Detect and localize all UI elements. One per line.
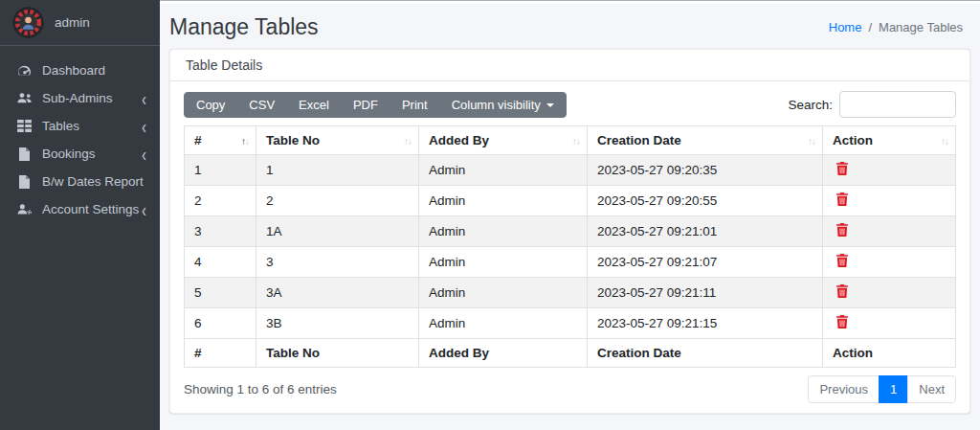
sidebar: admin Dashboard Sub-Admins ‹ Tables ‹	[0, 0, 160, 430]
cell-num: 1	[185, 155, 256, 186]
table-icon	[14, 120, 34, 132]
cell-table-no: 2	[256, 186, 419, 216]
table-footer-row: # Table No Added By Creation Date Action	[185, 339, 956, 368]
cell-table-no: 3	[256, 247, 419, 278]
dashboard-icon	[14, 64, 34, 77]
sort-icon: ↑↓	[241, 135, 249, 146]
cell-num: 4	[185, 247, 256, 278]
footer-col-added-by: Added By	[419, 339, 588, 368]
user-panel[interactable]: admin	[0, 0, 160, 46]
column-header-added-by[interactable]: Added By↑↓	[419, 126, 588, 155]
cell-added-by: Admin	[419, 155, 588, 186]
cell-added-by: Admin	[419, 186, 588, 216]
card-body: Copy CSV Excel PDF Print Column visibili…	[170, 81, 969, 413]
cell-table-no: 1A	[256, 216, 419, 247]
footer-col-table-no: Table No	[256, 339, 419, 368]
delete-icon[interactable]	[836, 254, 848, 267]
sidebar-item-label: Bookings	[42, 147, 142, 161]
cell-num: 5	[185, 278, 256, 308]
cell-action	[823, 308, 956, 339]
cell-action	[823, 186, 956, 216]
user-gear-icon	[14, 203, 34, 215]
table-body: 11Admin2023-05-27 09:20:3522Admin2023-05…	[185, 155, 956, 339]
avatar	[12, 7, 44, 38]
footer-col-num: #	[185, 339, 256, 368]
sidebar-item-bookings[interactable]: Bookings ‹	[0, 140, 160, 168]
pagination-next[interactable]: Next	[907, 375, 956, 403]
cell-creation-date: 2023-05-27 09:21:01	[588, 216, 823, 247]
sidebar-item-account-settings[interactable]: Account Settings ‹	[0, 195, 160, 223]
sidebar-item-tables[interactable]: Tables ‹	[0, 112, 160, 140]
tables-datatable: #↑↓ Table No↑↓ Added By↑↓ Creation Date↑…	[184, 125, 956, 368]
excel-button[interactable]: Excel	[286, 92, 342, 118]
cell-table-no: 3B	[256, 308, 419, 339]
sort-icon: ↑↓	[572, 135, 580, 146]
sidebar-item-dashboard[interactable]: Dashboard	[0, 57, 160, 84]
sidebar-nav: Dashboard Sub-Admins ‹ Tables ‹ Bookings…	[0, 46, 160, 223]
footer-col-creation-date: Creation Date	[588, 339, 823, 368]
cell-added-by: Admin	[419, 308, 588, 339]
table-row: 43Admin2023-05-27 09:21:07	[185, 247, 956, 278]
table-row: 53AAdmin2023-05-27 09:21:11	[185, 278, 956, 308]
sort-icon: ↑↓	[941, 135, 948, 146]
print-button[interactable]: Print	[390, 92, 440, 118]
breadcrumb-home-link[interactable]: Home	[829, 20, 862, 34]
column-header-action[interactable]: Action↑↓	[823, 126, 956, 155]
table-row: 63BAdmin2023-05-27 09:21:15	[185, 308, 956, 339]
cell-num: 2	[185, 186, 256, 216]
chevron-left-icon: ‹	[142, 89, 146, 108]
search-input[interactable]	[839, 91, 956, 118]
column-visibility-button[interactable]: Column visibility	[439, 92, 567, 118]
cell-creation-date: 2023-05-27 09:20:55	[588, 186, 823, 216]
pdf-button[interactable]: PDF	[341, 92, 390, 118]
csv-button[interactable]: CSV	[236, 92, 287, 118]
file-icon	[14, 175, 34, 189]
sidebar-item-label: Dashboard	[42, 63, 148, 78]
delete-icon[interactable]	[836, 162, 848, 175]
table-header-row: #↑↓ Table No↑↓ Added By↑↓ Creation Date↑…	[185, 126, 956, 155]
cell-action	[823, 155, 956, 186]
copy-button[interactable]: Copy	[184, 92, 237, 118]
table-row: 31AAdmin2023-05-27 09:21:01	[185, 216, 956, 247]
sort-icon: ↑↓	[808, 135, 815, 146]
sidebar-item-label: Account Settings	[42, 202, 142, 216]
delete-icon[interactable]	[836, 315, 848, 328]
export-button-group: Copy CSV Excel PDF Print Column visibili…	[184, 92, 567, 118]
column-label: #	[194, 133, 202, 147]
column-header-num[interactable]: #↑↓	[185, 126, 256, 155]
column-label: Table No	[266, 133, 320, 147]
cell-action	[823, 216, 956, 247]
sort-icon: ↑↓	[404, 135, 412, 146]
delete-icon[interactable]	[836, 223, 848, 237]
sidebar-item-label: B/w Dates Report	[42, 174, 148, 189]
pagination: Previous 1 Next	[808, 375, 956, 403]
pagination-page-1[interactable]: 1	[879, 375, 908, 403]
pagination-previous[interactable]: Previous	[808, 375, 880, 403]
delete-icon[interactable]	[836, 192, 848, 206]
cell-added-by: Admin	[419, 278, 588, 308]
cell-action	[823, 278, 956, 308]
delete-icon[interactable]	[836, 284, 848, 298]
caret-down-icon	[546, 103, 554, 107]
column-header-table-no[interactable]: Table No↑↓	[256, 126, 419, 155]
sidebar-item-bw-dates-report[interactable]: B/w Dates Report	[0, 168, 160, 195]
cell-action	[823, 247, 956, 278]
footer-col-action: Action	[823, 339, 956, 368]
table-footer: Showing 1 to 6 of 6 entries Previous 1 N…	[184, 375, 956, 403]
breadcrumb-separator: /	[868, 20, 872, 34]
column-header-creation-date[interactable]: Creation Date↑↓	[588, 126, 823, 155]
entries-info: Showing 1 to 6 of 6 entries	[184, 382, 337, 396]
table-row: 11Admin2023-05-27 09:20:35	[185, 155, 956, 186]
sidebar-item-sub-admins[interactable]: Sub-Admins ‹	[0, 84, 160, 112]
breadcrumb-current: Manage Tables	[879, 20, 963, 34]
column-visibility-label: Column visibility	[452, 98, 541, 112]
content-header: Manage Tables Home / Manage Tables	[160, 4, 980, 49]
cell-creation-date: 2023-05-27 09:20:35	[588, 155, 823, 186]
cell-table-no: 1	[256, 155, 419, 186]
users-icon	[14, 92, 34, 104]
column-label: Action	[833, 133, 873, 147]
cell-num: 6	[185, 308, 256, 339]
cell-creation-date: 2023-05-27 09:21:11	[588, 278, 823, 308]
chevron-left-icon: ‹	[142, 145, 146, 164]
table-row: 22Admin2023-05-27 09:20:55	[185, 186, 956, 216]
